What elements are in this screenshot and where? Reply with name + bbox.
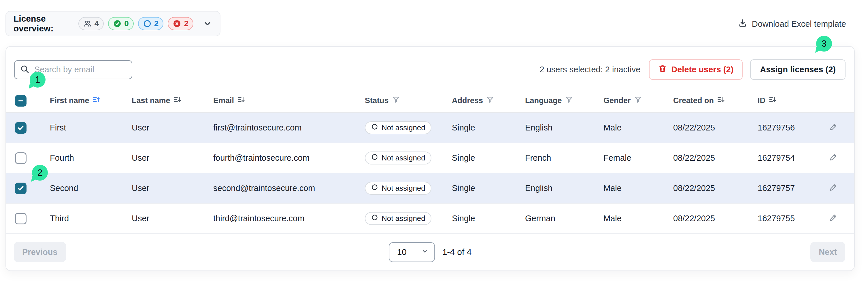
row-checkbox[interactable] <box>15 213 27 224</box>
download-excel-template-button[interactable]: Download Excel template <box>738 17 846 31</box>
row-checkbox[interactable] <box>15 152 27 164</box>
cell-gender: Male <box>603 214 673 223</box>
cell-gender: Male <box>603 123 673 132</box>
sort-desc-icon <box>769 96 777 106</box>
column-header-gender[interactable]: Gender <box>603 96 673 106</box>
table-row: First User first@traintosecure.com Not a… <box>6 113 854 143</box>
delete-users-label: Delete users (2) <box>671 65 734 74</box>
cell-id: 16279756 <box>757 123 829 132</box>
table-row: Fourth User fourth@traintosecure.com Not… <box>6 143 854 173</box>
cell-created-on: 08/22/2025 <box>673 184 757 193</box>
trash-icon <box>658 64 667 75</box>
edit-pencil-icon[interactable] <box>829 152 838 164</box>
badge-in-progress-value: 2 <box>154 19 159 28</box>
license-overview-label: License overview: <box>13 14 73 33</box>
download-icon <box>738 19 747 30</box>
edit-pencil-icon[interactable] <box>829 183 838 194</box>
cell-id: 16279755 <box>757 214 829 223</box>
sort-asc-active-icon <box>93 96 100 106</box>
edit-pencil-icon[interactable] <box>829 122 838 133</box>
cell-created-on: 08/22/2025 <box>673 123 757 132</box>
status-circle-icon <box>371 153 378 163</box>
cell-address: Single <box>452 153 525 163</box>
check-circle-icon <box>113 19 122 28</box>
cell-language: French <box>525 153 603 163</box>
page-size-select[interactable]: 10 <box>389 242 435 262</box>
cell-address: Single <box>452 214 525 223</box>
previous-button[interactable]: Previous <box>14 242 66 262</box>
column-header-created-on[interactable]: Created on <box>673 96 757 106</box>
filter-icon <box>634 96 642 106</box>
cell-email: fourth@traintosecure.com <box>213 153 365 163</box>
pagination-bar: Previous 10 1-4 of 4 Next <box>6 234 854 270</box>
circle-icon <box>143 19 152 28</box>
cell-email: third@traintosecure.com <box>213 214 365 223</box>
badge-assigned-value: 0 <box>124 19 129 28</box>
page-size-value: 10 <box>397 247 407 257</box>
status-circle-icon <box>371 214 378 223</box>
table-body: First User first@traintosecure.com Not a… <box>6 113 854 234</box>
badge-assigned: 0 <box>108 17 134 30</box>
pagination-center: 10 1-4 of 4 <box>389 242 472 262</box>
table-toolbar: 2 users selected: 2 inactive Delete user… <box>6 47 854 80</box>
column-header-last-name[interactable]: Last name <box>132 96 213 106</box>
assign-licenses-label: Assign licenses (2) <box>760 65 836 74</box>
row-checkbox[interactable] <box>15 183 27 194</box>
column-header-first-name[interactable]: First name <box>50 96 132 106</box>
chevron-down-icon <box>421 247 429 257</box>
users-table-panel: 2 users selected: 2 inactive Delete user… <box>5 46 855 271</box>
status-badge: Not assigned <box>365 152 431 164</box>
sort-desc-icon <box>237 96 245 106</box>
cell-id: 16279757 <box>757 184 829 193</box>
cell-address: Single <box>452 123 525 132</box>
next-button[interactable]: Next <box>810 242 845 262</box>
cell-email: first@traintosecure.com <box>213 123 365 132</box>
sort-desc-icon <box>717 96 725 106</box>
cell-language: English <box>525 184 603 193</box>
cell-language: German <box>525 214 603 223</box>
annotation-step-1: 1 <box>30 72 45 88</box>
column-header-status[interactable]: Status <box>365 96 452 106</box>
column-header-id[interactable]: ID <box>757 96 829 106</box>
assign-licenses-button[interactable]: Assign licenses (2) <box>750 59 845 80</box>
status-badge: Not assigned <box>365 182 431 195</box>
filter-icon <box>486 96 494 106</box>
select-all-checkbox[interactable] <box>15 95 27 106</box>
row-checkbox[interactable] <box>15 122 27 134</box>
cell-last-name: User <box>132 153 213 163</box>
cell-first-name: Third <box>50 214 132 223</box>
annotation-step-3: 3 <box>816 36 832 52</box>
badge-inactive-value: 2 <box>184 19 188 28</box>
x-circle-icon <box>173 19 181 28</box>
cell-id: 16279754 <box>757 153 829 163</box>
cell-created-on: 08/22/2025 <box>673 153 757 163</box>
chevron-down-icon[interactable] <box>203 19 212 29</box>
badge-inactive: 2 <box>168 17 193 30</box>
download-label: Download Excel template <box>752 19 846 29</box>
column-header-language[interactable]: Language <box>525 96 603 106</box>
edit-pencil-icon[interactable] <box>829 213 838 224</box>
cell-last-name: User <box>132 184 213 193</box>
cell-first-name: First <box>50 123 132 132</box>
column-header-email[interactable]: Email <box>213 96 365 106</box>
toolbar-actions: 2 users selected: 2 inactive Delete user… <box>539 59 845 80</box>
status-badge: Not assigned <box>365 212 431 225</box>
sort-desc-icon <box>174 96 182 106</box>
cell-address: Single <box>452 184 525 193</box>
status-circle-icon <box>371 123 378 132</box>
table-row: Second User second@traintosecure.com Not… <box>6 173 854 203</box>
search-input[interactable] <box>34 65 126 74</box>
cell-first-name: Fourth <box>50 153 132 163</box>
table-header-row: First name Last name Email Status Addres… <box>6 89 854 113</box>
column-header-address[interactable]: Address <box>452 96 525 106</box>
delete-users-button[interactable]: Delete users (2) <box>649 59 743 80</box>
license-overview-badges: 4 0 2 2 <box>79 17 193 30</box>
badge-total-users: 4 <box>79 17 104 30</box>
cell-first-name: Second <box>50 184 132 193</box>
badge-total-users-value: 4 <box>95 19 99 28</box>
cell-last-name: User <box>132 214 213 223</box>
cell-last-name: User <box>132 123 213 132</box>
search-icon <box>20 64 30 75</box>
table-row: Third User third@traintosecure.com Not a… <box>6 203 854 234</box>
cell-gender: Female <box>603 153 673 163</box>
